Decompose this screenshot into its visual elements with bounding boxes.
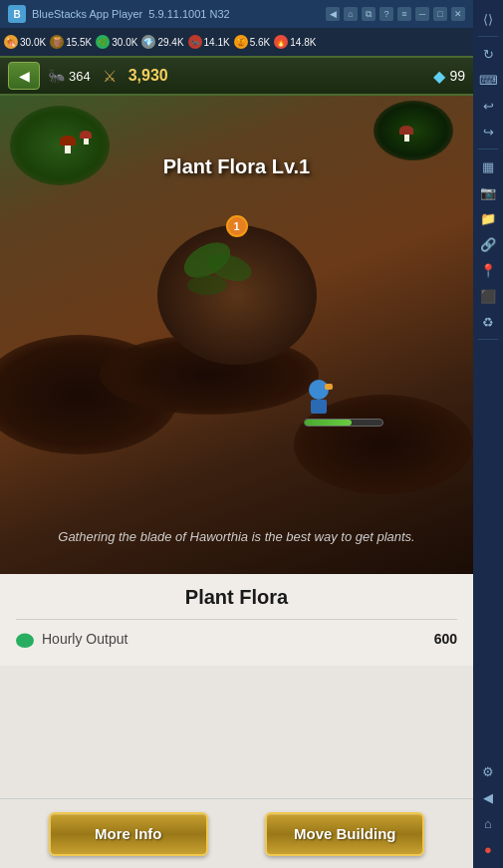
- close-btn[interactable]: ✕: [451, 7, 465, 21]
- sidebar-rotate-icon[interactable]: ↻: [477, 43, 499, 65]
- sidebar-dot-icon[interactable]: ●: [477, 838, 499, 860]
- app-logo: B: [8, 5, 26, 23]
- fire-icon: 🔥: [274, 35, 288, 49]
- sidebar-eco-icon[interactable]: ♻: [477, 311, 499, 333]
- character-head: [309, 380, 329, 400]
- sidebar-layers-icon[interactable]: ⬛: [477, 285, 499, 307]
- game-area: Plant Flora Lv.1 1 Gathering the blade o…: [0, 96, 473, 574]
- character-body: [311, 400, 327, 414]
- main-content: B BlueStacks App Player 5.9.11.1001 N32 …: [0, 0, 473, 868]
- sidebar-divider-2: [478, 148, 498, 149]
- food-icon: 🍖: [4, 35, 18, 49]
- sidebar-keyboard-icon[interactable]: ⌨: [477, 69, 499, 91]
- game-toolbar: ◀ 🐜 364 ⚔ 3,930 ◆ 99: [0, 56, 473, 96]
- sidebar-redo-icon[interactable]: ↪: [477, 121, 499, 143]
- sidebar-location-icon[interactable]: 📍: [477, 259, 499, 281]
- plant-icon: 🌿: [96, 35, 110, 49]
- nest-area: [157, 225, 317, 365]
- bottom-buttons: More Info Move Building: [0, 798, 473, 868]
- stone-icon: 💎: [141, 35, 155, 49]
- move-building-button[interactable]: Move Building: [265, 812, 424, 856]
- info-panel: Plant Flora Hourly Output 600: [0, 574, 473, 666]
- sidebar-home-icon[interactable]: ⌂: [477, 812, 499, 834]
- sidebar-undo-icon[interactable]: ↩: [477, 95, 499, 117]
- sidebar-divider-1: [478, 36, 498, 37]
- gold-count: 3,930: [128, 67, 168, 85]
- hourly-value: 600: [434, 631, 457, 647]
- resource-stone: 💎 29.4K: [141, 35, 183, 49]
- food-value: 30.0K: [20, 37, 46, 48]
- app-version: 5.9.11.1001 N32: [148, 8, 229, 20]
- progress-bar: [304, 419, 383, 427]
- sidebar-apps-icon[interactable]: ▦: [477, 155, 499, 177]
- copy-btn-title[interactable]: ⧉: [362, 7, 376, 21]
- honey-icon: 🍯: [234, 35, 248, 49]
- diamond-count: 99: [449, 68, 465, 84]
- building-label: Plant Flora Lv.1: [163, 155, 310, 178]
- leaf-icon: [16, 630, 34, 648]
- sidebar-folder-icon[interactable]: 📁: [477, 207, 499, 229]
- fire-value: 14.8K: [290, 37, 316, 48]
- minimize-btn[interactable]: ─: [415, 7, 429, 21]
- honey-value: 5.6K: [250, 37, 271, 48]
- maximize-btn[interactable]: □: [433, 7, 447, 21]
- hourly-label: Hourly Output: [42, 631, 434, 647]
- menu-btn-title[interactable]: ≡: [397, 7, 411, 21]
- back-arrow-icon: ◀: [19, 68, 30, 84]
- mushroom-1: [60, 136, 76, 153]
- hourly-output-row: Hourly Output 600: [0, 620, 473, 658]
- resource-fire: 🔥 14.8K: [274, 35, 316, 49]
- mushroom-3: [399, 126, 413, 142]
- resource-bar: 🍖 30.0K 🪵 15.5K 🌿 30.0K 💎 29.4K 🐜 14.1K …: [0, 28, 473, 56]
- level-number: 1: [233, 220, 239, 232]
- wood-icon: 🪵: [50, 35, 64, 49]
- sidebar-link-icon[interactable]: 🔗: [477, 233, 499, 255]
- ant-value: 14.1K: [204, 37, 230, 48]
- game-description: Gathering the blade of Haworthia is the …: [20, 529, 453, 544]
- diamond-icon: ◆: [433, 67, 445, 86]
- back-btn-title[interactable]: ◀: [326, 7, 340, 21]
- home-btn-title[interactable]: ⌂: [344, 7, 358, 21]
- sidebar-divider-3: [478, 339, 498, 340]
- stone-value: 29.4K: [157, 37, 183, 48]
- diamond-section: ◆ 99: [433, 67, 465, 86]
- ant-count-display: 🐜 364: [48, 68, 91, 84]
- mushroom-2: [80, 131, 92, 145]
- sidebar-back-icon[interactable]: ◀: [477, 786, 499, 808]
- ant-count-value: 364: [69, 69, 91, 84]
- level-badge: 1: [226, 215, 248, 237]
- game-character: [304, 380, 334, 415]
- app-name: BlueStacks App Player: [32, 8, 142, 20]
- ant-toolbar-icon: 🐜: [48, 68, 65, 84]
- right-sidebar: ⟨⟩ ↻ ⌨ ↩ ↪ ▦ 📷 📁 🔗 📍 ⬛ ♻ ⚙ ◀ ⌂ ●: [473, 0, 503, 868]
- plant-value: 30.0K: [112, 37, 137, 48]
- resource-ant: 🐜 14.1K: [188, 35, 230, 49]
- sidebar-settings-icon[interactable]: ⚙: [477, 760, 499, 782]
- help-btn-title[interactable]: ?: [379, 7, 393, 21]
- title-bar: B BlueStacks App Player 5.9.11.1001 N32 …: [0, 0, 473, 28]
- info-title: Plant Flora: [16, 586, 457, 620]
- swords-icon: ⚔: [103, 67, 117, 86]
- ant-icon: 🐜: [188, 35, 202, 49]
- sidebar-expand-icon[interactable]: ⟨⟩: [477, 8, 499, 30]
- resource-wood: 🪵 15.5K: [50, 35, 92, 49]
- resource-honey: 🍯 5.6K: [234, 35, 271, 49]
- progress-bar-fill: [305, 420, 352, 426]
- window-controls: ◀ ⌂ ⧉ ? ≡ ─ □ ✕: [326, 7, 465, 21]
- sidebar-screenshot-icon[interactable]: 📷: [477, 181, 499, 203]
- more-info-button[interactable]: More Info: [49, 812, 208, 856]
- resource-food: 🍖 30.0K: [4, 35, 46, 49]
- resource-plant: 🌿 30.0K: [96, 35, 137, 49]
- vegetation-top-right: [374, 101, 453, 160]
- game-back-button[interactable]: ◀: [8, 62, 40, 90]
- wood-value: 15.5K: [66, 37, 92, 48]
